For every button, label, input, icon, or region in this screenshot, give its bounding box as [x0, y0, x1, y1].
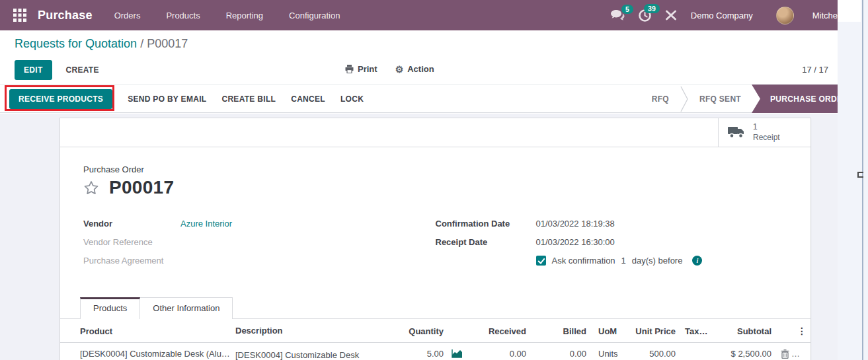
- tab-products[interactable]: Products: [80, 297, 140, 319]
- po-title-label: Purchase Order: [83, 164, 787, 174]
- receipt-smart-button-text: 1 Receipt: [753, 122, 780, 143]
- apps-menu-icon[interactable]: [13, 9, 26, 22]
- breadcrumb-parent-link[interactable]: Requests for Quotation: [15, 37, 137, 50]
- status-step-purchase-order[interactable]: PURCHASE ORDER: [752, 85, 838, 113]
- control-panel-actions: Print ⚙ Action: [345, 64, 434, 74]
- lock-button[interactable]: LOCK: [340, 94, 364, 104]
- create-button[interactable]: CREATE: [66, 65, 99, 75]
- row-overflow-ellipsis: …: [791, 349, 800, 359]
- top-navbar: Purchase Orders Products Reporting Confi…: [0, 0, 838, 30]
- activities-icon[interactable]: 39: [639, 9, 651, 22]
- messages-icon[interactable]: 5: [611, 10, 625, 21]
- col-header-taxes[interactable]: Tax…: [676, 326, 705, 336]
- col-header-uom[interactable]: UoM: [586, 326, 619, 336]
- vendor-label: Vendor: [83, 219, 180, 229]
- right-gutter: [838, 0, 868, 360]
- print-label: Print: [358, 64, 377, 74]
- window-edge-notch: [857, 172, 863, 178]
- gutter-top-strip: [838, 0, 861, 22]
- ask-confirmation-days-value: 1: [621, 256, 626, 266]
- receive-products-button[interactable]: RECEIVE PRODUCTS: [9, 89, 112, 109]
- gear-icon: ⚙: [395, 65, 404, 74]
- receipt-smart-button[interactable]: 1 Receipt: [718, 118, 810, 147]
- odoo-purchase-screen: Purchase Orders Products Reporting Confi…: [0, 0, 868, 360]
- action-label: Action: [407, 64, 434, 74]
- control-panel: Requests for Quotation / P00017 EDIT CRE…: [0, 30, 838, 84]
- favorite-star-icon[interactable]: [83, 180, 99, 196]
- action-menu[interactable]: ⚙ Action: [395, 64, 434, 74]
- statusbar-buttons: RECEIVE PRODUCTS SEND PO BY EMAIL CREATE…: [9, 85, 364, 113]
- receipt-date-label: Receipt Date: [436, 237, 536, 247]
- cell-uom: Units: [586, 349, 619, 359]
- optional-columns-icon[interactable]: ⋮: [771, 326, 810, 336]
- send-po-by-email-button[interactable]: SEND PO BY EMAIL: [128, 94, 206, 104]
- table-row[interactable]: [DESK0004] Customizable Desk (Alu… [DESK…: [60, 343, 810, 360]
- smart-button-strip: 1 Receipt: [60, 118, 810, 147]
- col-header-subtotal[interactable]: Subtotal: [705, 326, 771, 336]
- ask-confirmation-suffix: day(s) before: [632, 256, 683, 266]
- receipt-label: Receipt: [753, 133, 780, 143]
- print-menu[interactable]: Print: [345, 64, 377, 74]
- receipt-date-value: 01/03/2022 16:30:00: [536, 237, 615, 247]
- nav-item-orders[interactable]: Orders: [114, 11, 141, 20]
- delete-row-icon[interactable]: [781, 349, 789, 359]
- ask-confirmation-checkbox[interactable]: [536, 256, 546, 266]
- nav-item-configuration[interactable]: Configuration: [289, 11, 340, 20]
- notebook-tabs: Products Other Information: [60, 297, 810, 319]
- po-number: P00017: [109, 177, 174, 198]
- navbar-right: 5 39 Demo C: [611, 7, 838, 24]
- breadcrumb-current: / P00017: [140, 37, 188, 50]
- company-switcher[interactable]: Demo Company: [691, 11, 753, 20]
- record-pager[interactable]: 17 / 17: [802, 65, 828, 75]
- cell-received: 0.00: [470, 349, 526, 359]
- info-icon[interactable]: i: [692, 256, 702, 266]
- right-field-column: Confirmation Date 01/03/2022 18:19:38 Re…: [436, 218, 788, 273]
- cell-unit-price: 500.00: [619, 349, 676, 359]
- col-header-quantity[interactable]: Quantity: [397, 326, 444, 336]
- statusbar: RECEIVE PRODUCTS SEND PO BY EMAIL CREATE…: [0, 84, 838, 113]
- cell-product[interactable]: [DESK0004] Customizable Desk (Alu…: [80, 349, 235, 359]
- col-header-description[interactable]: Description: [235, 324, 397, 338]
- cell-billed: 0.00: [526, 349, 586, 359]
- tab-other-information[interactable]: Other Information: [140, 297, 233, 319]
- app-name[interactable]: Purchase: [38, 9, 93, 22]
- printer-icon: [345, 65, 354, 73]
- nav-item-reporting[interactable]: Reporting: [226, 11, 263, 20]
- col-header-unit-price[interactable]: Unit Price: [619, 326, 676, 336]
- status-pipeline: RFQ RFQ SENT PURCHASE ORDER: [641, 85, 838, 113]
- col-header-product[interactable]: Product: [80, 326, 235, 336]
- nav-item-products[interactable]: Products: [166, 11, 200, 20]
- support-tools-icon[interactable]: [665, 10, 677, 20]
- confirmation-date-value: 01/03/2022 18:19:38: [536, 219, 615, 229]
- cancel-button[interactable]: CANCEL: [291, 94, 325, 104]
- window-edge-line: [862, 0, 863, 360]
- field-groups: Vendor Azure Interior Vendor Reference P…: [83, 218, 787, 273]
- status-step-rfq[interactable]: RFQ: [641, 85, 680, 113]
- purchase-agreement-label: Purchase Agreement: [83, 256, 180, 266]
- col-header-billed[interactable]: Billed: [526, 326, 586, 336]
- edit-button[interactable]: EDIT: [15, 60, 52, 80]
- ask-confirmation-row: Ask confirmation 1 day(s) before i: [536, 256, 703, 266]
- form-sheet: 1 Receipt Purchase Order P00017: [59, 118, 811, 360]
- confirmation-date-label: Confirmation Date: [436, 219, 536, 229]
- user-menu[interactable]: Mitche: [812, 11, 838, 20]
- sheet-body: Purchase Order P00017 Vendor Azure Inter…: [60, 147, 810, 360]
- col-header-received[interactable]: Received: [470, 326, 526, 336]
- status-step-rfq-sent[interactable]: RFQ SENT: [689, 85, 752, 113]
- control-panel-buttons: EDIT CREATE: [15, 60, 99, 80]
- messages-badge: 5: [621, 5, 633, 15]
- activities-badge: 39: [644, 4, 660, 14]
- create-bill-button[interactable]: CREATE BILL: [221, 94, 276, 104]
- cell-quantity: 5.00: [397, 349, 444, 359]
- forecast-chart-icon[interactable]: [444, 349, 470, 358]
- vendor-reference-label: Vendor Reference: [83, 237, 180, 247]
- vendor-value-link[interactable]: Azure Interior: [180, 219, 232, 229]
- receipt-count: 1: [753, 122, 780, 133]
- left-field-column: Vendor Azure Interior Vendor Reference P…: [83, 218, 436, 273]
- nav-menu: Orders Products Reporting Configuration: [114, 11, 340, 20]
- user-avatar[interactable]: [776, 7, 794, 24]
- cell-description: [DESK0004] Customizable Desk (Aluminium,…: [235, 349, 397, 360]
- order-lines-table: Product Description Quantity Received Bi…: [60, 319, 810, 360]
- ask-confirmation-label: Ask confirmation: [552, 256, 615, 266]
- breadcrumb: Requests for Quotation / P00017: [15, 37, 188, 51]
